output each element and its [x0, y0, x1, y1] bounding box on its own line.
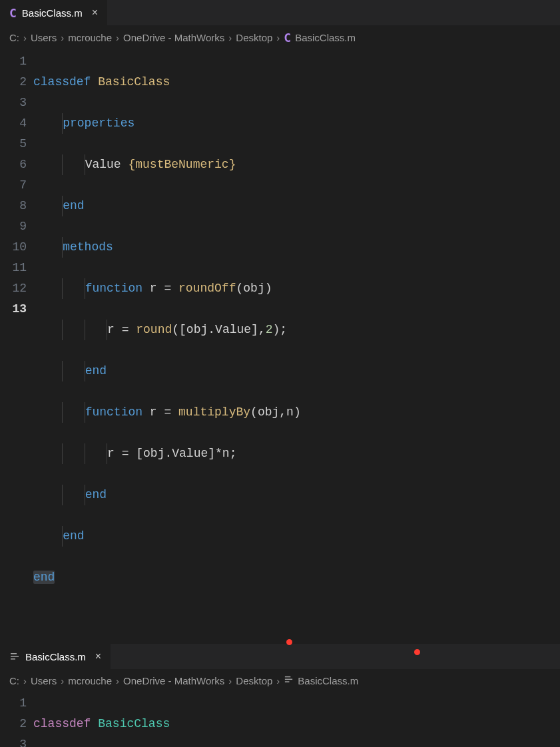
code-content[interactable]: classdef BasicClass properties Value {mu…: [33, 693, 560, 747]
breadcrumb[interactable]: C: › Users › mcrouche › OneDrive - MathW…: [0, 669, 560, 693]
chevron-right-icon: ›: [23, 32, 27, 43]
chevron-right-icon: ›: [23, 675, 27, 686]
chevron-right-icon: ›: [276, 32, 280, 43]
crumb[interactable]: Desktop: [236, 32, 272, 43]
code-area[interactable]: 1 2 3 4 5 6 7 8 9 10 11 12 13 classdef B…: [0, 693, 560, 747]
crumb[interactable]: mcrouche: [68, 32, 112, 43]
file-type-c-icon: C: [284, 31, 291, 45]
crumb[interactable]: Users: [31, 32, 57, 43]
editor-pane-top: C BasicClass.m × C: › Users › mcrouche ›…: [0, 0, 560, 629]
line-number-gutter: 1 2 3 4 5 6 7 8 9 10 11 12 13: [4, 51, 33, 629]
chevron-right-icon: ›: [61, 675, 64, 686]
crumb-filename: BasicClass.m: [295, 32, 356, 43]
annotation-dot-icon: [414, 649, 420, 655]
code-content[interactable]: classdef BasicClass properties Value {mu…: [33, 51, 560, 629]
code-line[interactable]: classdef BasicClass: [33, 714, 560, 734]
code-line[interactable]: Value {mustBeNumeric}: [33, 154, 560, 175]
svg-rect-3: [285, 676, 290, 678]
close-icon[interactable]: ×: [95, 650, 101, 662]
file-lines-icon: [9, 651, 20, 662]
editor-tab[interactable]: BasicClass.m ×: [0, 644, 111, 669]
crumb[interactable]: C:: [9, 675, 19, 686]
tab-bar: BasicClass.m ×: [0, 644, 560, 669]
code-area[interactable]: 1 2 3 4 5 6 7 8 9 10 11 12 13 classdef B…: [0, 51, 560, 629]
chevron-right-icon: ›: [228, 675, 232, 686]
file-type-c-icon: C: [9, 6, 17, 20]
crumb[interactable]: C:: [9, 32, 19, 43]
code-line[interactable]: end: [33, 361, 560, 381]
editor-pane-bottom: BasicClass.m × C: › Users › mcrouche › O…: [0, 644, 560, 747]
chevron-right-icon: ›: [276, 675, 280, 686]
crumb-file[interactable]: BasicClass.m: [284, 674, 358, 686]
crumb-file[interactable]: C BasicClass.m: [284, 31, 356, 45]
line-number-gutter: 1 2 3 4 5 6 7 8 9 10 11 12 13: [4, 693, 33, 747]
svg-rect-1: [11, 656, 19, 657]
code-line[interactable]: r = round([obj.Value],2);: [33, 320, 560, 340]
tab-bar: C BasicClass.m ×: [0, 0, 560, 25]
crumb[interactable]: mcrouche: [68, 675, 112, 686]
crumb[interactable]: Desktop: [236, 675, 272, 686]
crumb-filename: BasicClass.m: [298, 675, 358, 686]
code-line[interactable]: properties: [33, 113, 560, 134]
breadcrumb[interactable]: C: › Users › mcrouche › OneDrive - MathW…: [0, 25, 560, 51]
chevron-right-icon: ›: [116, 32, 119, 43]
tab-filename: BasicClass.m: [25, 651, 86, 662]
svg-rect-2: [11, 658, 15, 660]
file-lines-icon: [284, 674, 294, 686]
code-line[interactable]: methods: [33, 237, 560, 258]
annotation-dot-icon: [286, 639, 292, 645]
code-line[interactable]: end: [33, 196, 560, 216]
code-line[interactable]: r = [obj.Value]*n;: [33, 443, 560, 464]
crumb[interactable]: Users: [31, 675, 57, 686]
tab-filename: BasicClass.m: [22, 7, 83, 19]
svg-rect-0: [11, 653, 17, 654]
code-line[interactable]: function r = roundOff(obj): [33, 278, 560, 299]
svg-rect-5: [285, 681, 290, 682]
code-line[interactable]: end: [33, 567, 560, 588]
pane-divider[interactable]: [0, 629, 560, 644]
code-line[interactable]: function r = multiplyBy(obj,n): [33, 402, 560, 423]
editor-tab[interactable]: C BasicClass.m ×: [0, 0, 108, 25]
chevron-right-icon: ›: [228, 32, 232, 43]
chevron-right-icon: ›: [61, 32, 64, 43]
svg-rect-4: [285, 679, 292, 680]
code-line[interactable]: end: [33, 526, 560, 547]
chevron-right-icon: ›: [116, 675, 119, 686]
code-line[interactable]: end: [33, 485, 560, 505]
crumb[interactable]: OneDrive - MathWorks: [123, 675, 224, 686]
crumb[interactable]: OneDrive - MathWorks: [123, 32, 224, 43]
code-line[interactable]: classdef BasicClass: [33, 72, 560, 93]
close-icon[interactable]: ×: [92, 7, 98, 19]
